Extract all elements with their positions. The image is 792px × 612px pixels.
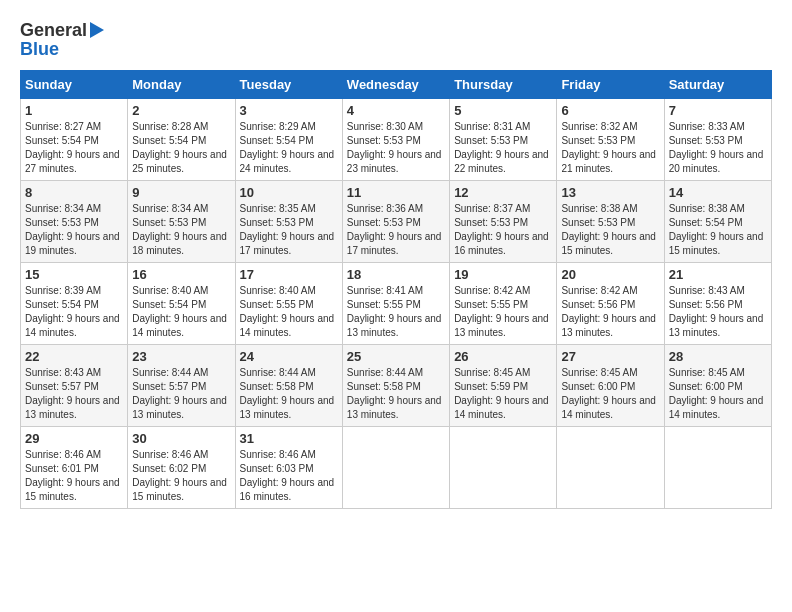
calendar-header-wednesday: Wednesday [342, 71, 449, 99]
day-number: 3 [240, 103, 338, 118]
day-info: Sunrise: 8:29 AMSunset: 5:54 PMDaylight:… [240, 120, 338, 176]
day-info: Sunrise: 8:33 AMSunset: 5:53 PMDaylight:… [669, 120, 767, 176]
day-info: Sunrise: 8:46 AMSunset: 6:02 PMDaylight:… [132, 448, 230, 504]
day-number: 25 [347, 349, 445, 364]
calendar-cell: 17Sunrise: 8:40 AMSunset: 5:55 PMDayligh… [235, 263, 342, 345]
day-info: Sunrise: 8:39 AMSunset: 5:54 PMDaylight:… [25, 284, 123, 340]
day-info: Sunrise: 8:35 AMSunset: 5:53 PMDaylight:… [240, 202, 338, 258]
day-number: 18 [347, 267, 445, 282]
calendar-cell: 1Sunrise: 8:27 AMSunset: 5:54 PMDaylight… [21, 99, 128, 181]
calendar-cell: 28Sunrise: 8:45 AMSunset: 6:00 PMDayligh… [664, 345, 771, 427]
day-number: 16 [132, 267, 230, 282]
day-info: Sunrise: 8:32 AMSunset: 5:53 PMDaylight:… [561, 120, 659, 176]
calendar-week-5: 29Sunrise: 8:46 AMSunset: 6:01 PMDayligh… [21, 427, 772, 509]
day-number: 6 [561, 103, 659, 118]
day-info: Sunrise: 8:41 AMSunset: 5:55 PMDaylight:… [347, 284, 445, 340]
calendar-cell: 13Sunrise: 8:38 AMSunset: 5:53 PMDayligh… [557, 181, 664, 263]
day-number: 29 [25, 431, 123, 446]
calendar-cell: 18Sunrise: 8:41 AMSunset: 5:55 PMDayligh… [342, 263, 449, 345]
day-info: Sunrise: 8:43 AMSunset: 5:57 PMDaylight:… [25, 366, 123, 422]
calendar-cell: 27Sunrise: 8:45 AMSunset: 6:00 PMDayligh… [557, 345, 664, 427]
day-info: Sunrise: 8:46 AMSunset: 6:03 PMDaylight:… [240, 448, 338, 504]
day-number: 12 [454, 185, 552, 200]
day-info: Sunrise: 8:38 AMSunset: 5:54 PMDaylight:… [669, 202, 767, 258]
day-number: 28 [669, 349, 767, 364]
day-info: Sunrise: 8:27 AMSunset: 5:54 PMDaylight:… [25, 120, 123, 176]
calendar-header-saturday: Saturday [664, 71, 771, 99]
day-number: 1 [25, 103, 123, 118]
calendar-cell: 14Sunrise: 8:38 AMSunset: 5:54 PMDayligh… [664, 181, 771, 263]
calendar-cell: 20Sunrise: 8:42 AMSunset: 5:56 PMDayligh… [557, 263, 664, 345]
calendar-cell: 29Sunrise: 8:46 AMSunset: 6:01 PMDayligh… [21, 427, 128, 509]
page-header: General Blue [20, 20, 772, 60]
day-info: Sunrise: 8:44 AMSunset: 5:58 PMDaylight:… [240, 366, 338, 422]
day-info: Sunrise: 8:34 AMSunset: 5:53 PMDaylight:… [25, 202, 123, 258]
day-number: 26 [454, 349, 552, 364]
day-number: 7 [669, 103, 767, 118]
day-number: 21 [669, 267, 767, 282]
day-info: Sunrise: 8:40 AMSunset: 5:55 PMDaylight:… [240, 284, 338, 340]
logo-blue-text: Blue [20, 39, 59, 60]
calendar-header-thursday: Thursday [450, 71, 557, 99]
calendar-cell: 6Sunrise: 8:32 AMSunset: 5:53 PMDaylight… [557, 99, 664, 181]
calendar-table: SundayMondayTuesdayWednesdayThursdayFrid… [20, 70, 772, 509]
calendar-body: 1Sunrise: 8:27 AMSunset: 5:54 PMDaylight… [21, 99, 772, 509]
day-info: Sunrise: 8:28 AMSunset: 5:54 PMDaylight:… [132, 120, 230, 176]
day-number: 5 [454, 103, 552, 118]
calendar-cell: 30Sunrise: 8:46 AMSunset: 6:02 PMDayligh… [128, 427, 235, 509]
calendar-header-row: SundayMondayTuesdayWednesdayThursdayFrid… [21, 71, 772, 99]
calendar-cell: 10Sunrise: 8:35 AMSunset: 5:53 PMDayligh… [235, 181, 342, 263]
logo-arrow-icon [90, 22, 104, 38]
day-info: Sunrise: 8:43 AMSunset: 5:56 PMDaylight:… [669, 284, 767, 340]
day-info: Sunrise: 8:42 AMSunset: 5:56 PMDaylight:… [561, 284, 659, 340]
day-info: Sunrise: 8:44 AMSunset: 5:57 PMDaylight:… [132, 366, 230, 422]
day-number: 11 [347, 185, 445, 200]
day-info: Sunrise: 8:30 AMSunset: 5:53 PMDaylight:… [347, 120, 445, 176]
calendar-header-tuesday: Tuesday [235, 71, 342, 99]
day-number: 4 [347, 103, 445, 118]
day-number: 15 [25, 267, 123, 282]
calendar-cell: 4Sunrise: 8:30 AMSunset: 5:53 PMDaylight… [342, 99, 449, 181]
calendar-cell [450, 427, 557, 509]
calendar-week-3: 15Sunrise: 8:39 AMSunset: 5:54 PMDayligh… [21, 263, 772, 345]
calendar-cell: 5Sunrise: 8:31 AMSunset: 5:53 PMDaylight… [450, 99, 557, 181]
calendar-header-monday: Monday [128, 71, 235, 99]
day-number: 10 [240, 185, 338, 200]
calendar-cell: 8Sunrise: 8:34 AMSunset: 5:53 PMDaylight… [21, 181, 128, 263]
day-number: 20 [561, 267, 659, 282]
day-info: Sunrise: 8:37 AMSunset: 5:53 PMDaylight:… [454, 202, 552, 258]
day-info: Sunrise: 8:34 AMSunset: 5:53 PMDaylight:… [132, 202, 230, 258]
day-info: Sunrise: 8:45 AMSunset: 5:59 PMDaylight:… [454, 366, 552, 422]
day-info: Sunrise: 8:40 AMSunset: 5:54 PMDaylight:… [132, 284, 230, 340]
calendar-cell: 22Sunrise: 8:43 AMSunset: 5:57 PMDayligh… [21, 345, 128, 427]
day-number: 30 [132, 431, 230, 446]
day-number: 2 [132, 103, 230, 118]
day-number: 13 [561, 185, 659, 200]
day-number: 8 [25, 185, 123, 200]
calendar-cell [342, 427, 449, 509]
day-number: 31 [240, 431, 338, 446]
day-number: 9 [132, 185, 230, 200]
calendar-cell: 9Sunrise: 8:34 AMSunset: 5:53 PMDaylight… [128, 181, 235, 263]
logo: General Blue [20, 20, 104, 60]
calendar-cell [557, 427, 664, 509]
calendar-cell: 24Sunrise: 8:44 AMSunset: 5:58 PMDayligh… [235, 345, 342, 427]
day-info: Sunrise: 8:45 AMSunset: 6:00 PMDaylight:… [561, 366, 659, 422]
calendar-cell: 16Sunrise: 8:40 AMSunset: 5:54 PMDayligh… [128, 263, 235, 345]
day-info: Sunrise: 8:42 AMSunset: 5:55 PMDaylight:… [454, 284, 552, 340]
calendar-cell: 2Sunrise: 8:28 AMSunset: 5:54 PMDaylight… [128, 99, 235, 181]
calendar-cell: 15Sunrise: 8:39 AMSunset: 5:54 PMDayligh… [21, 263, 128, 345]
calendar-cell: 12Sunrise: 8:37 AMSunset: 5:53 PMDayligh… [450, 181, 557, 263]
day-info: Sunrise: 8:36 AMSunset: 5:53 PMDaylight:… [347, 202, 445, 258]
day-info: Sunrise: 8:46 AMSunset: 6:01 PMDaylight:… [25, 448, 123, 504]
day-number: 27 [561, 349, 659, 364]
calendar-cell: 31Sunrise: 8:46 AMSunset: 6:03 PMDayligh… [235, 427, 342, 509]
day-number: 19 [454, 267, 552, 282]
day-number: 23 [132, 349, 230, 364]
day-number: 24 [240, 349, 338, 364]
calendar-cell: 19Sunrise: 8:42 AMSunset: 5:55 PMDayligh… [450, 263, 557, 345]
calendar-cell: 11Sunrise: 8:36 AMSunset: 5:53 PMDayligh… [342, 181, 449, 263]
calendar-cell: 23Sunrise: 8:44 AMSunset: 5:57 PMDayligh… [128, 345, 235, 427]
calendar-cell: 7Sunrise: 8:33 AMSunset: 5:53 PMDaylight… [664, 99, 771, 181]
calendar-cell: 25Sunrise: 8:44 AMSunset: 5:58 PMDayligh… [342, 345, 449, 427]
